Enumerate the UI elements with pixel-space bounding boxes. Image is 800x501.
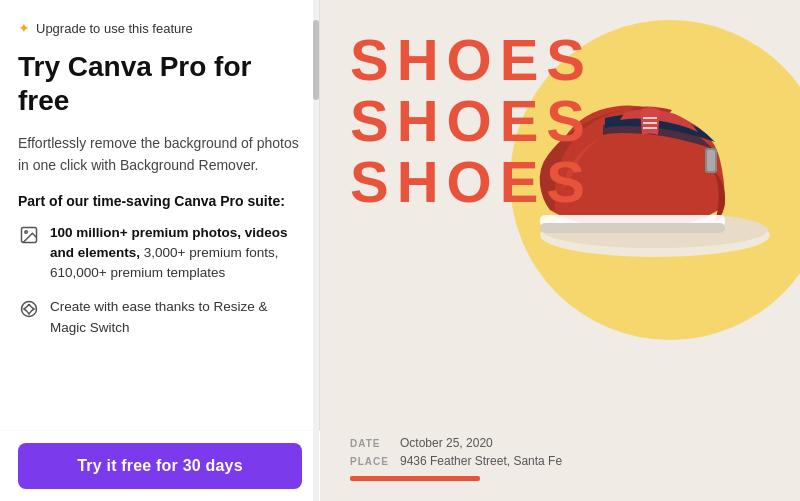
svg-point-1: [25, 230, 27, 233]
shoes-line-2: SHOES: [350, 91, 593, 152]
svg-rect-9: [540, 223, 725, 233]
list-item: Create with ease thanks to Resize & Magi…: [18, 297, 301, 338]
main-title: Try Canva Pro for free: [18, 50, 301, 117]
feature-text-2: Create with ease thanks to Resize & Magi…: [50, 297, 301, 338]
sparkle-icon: [18, 298, 40, 320]
shoes-line-3: SHOES: [350, 152, 593, 213]
place-label: PLACE: [350, 456, 390, 467]
list-item: 100 million+ premium photos, videos and …: [18, 223, 301, 284]
scrollbar[interactable]: [313, 0, 319, 501]
upgrade-label: Upgrade to use this feature: [36, 21, 193, 36]
date-label: DATE: [350, 438, 390, 449]
red-divider: [350, 476, 480, 481]
design-canvas: SHOES SHOES SHOES: [320, 0, 800, 501]
try-free-button[interactable]: Try it free for 30 days: [18, 443, 302, 489]
date-row: DATE October 25, 2020: [350, 436, 562, 450]
section-label: Part of our time-saving Canva Pro suite:: [18, 193, 301, 209]
description-text: Effortlessly remove the background of ph…: [18, 133, 301, 176]
feature-text-1: 100 million+ premium photos, videos and …: [50, 223, 301, 284]
image-icon: [18, 224, 40, 246]
svg-rect-11: [707, 150, 715, 171]
upgrade-badge: ✦ Upgrade to use this feature: [18, 20, 301, 36]
shoes-line-1: SHOES: [350, 30, 593, 91]
panel-content: ✦ Upgrade to use this feature Try Canva …: [0, 0, 319, 430]
canvas-preview: SHOES SHOES SHOES: [320, 0, 800, 501]
scroll-thumb: [313, 20, 319, 100]
place-value: 9436 Feather Street, Santa Fe: [400, 454, 562, 468]
upgrade-panel: ✦ Upgrade to use this feature Try Canva …: [0, 0, 320, 501]
date-value: October 25, 2020: [400, 436, 493, 450]
shoes-title: SHOES SHOES SHOES: [350, 30, 593, 213]
bottom-info: DATE October 25, 2020 PLACE 9436 Feather…: [350, 436, 562, 481]
place-row: PLACE 9436 Feather Street, Santa Fe: [350, 454, 562, 468]
cta-footer: Try it free for 30 days: [0, 430, 320, 501]
feature-list: 100 million+ premium photos, videos and …: [18, 223, 301, 338]
star-icon: ✦: [18, 20, 30, 36]
